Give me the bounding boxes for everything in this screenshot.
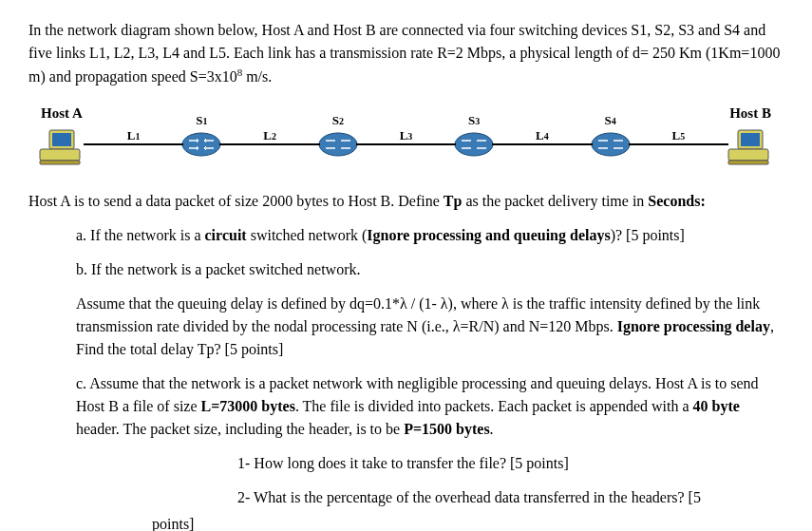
problem-body: Host A is to send a data packet of size …	[28, 190, 784, 213]
switch-label-s2: S2	[332, 111, 344, 130]
svg-rect-2	[40, 149, 80, 161]
switch-icon	[454, 131, 494, 158]
sub-question-2-tail: points]	[152, 513, 784, 531]
computer-icon	[727, 128, 774, 166]
svg-rect-3	[40, 161, 80, 164]
link-label-l3: L3	[400, 126, 413, 145]
svg-point-7	[592, 133, 630, 156]
sub-question-1: 1- How long does it take to transfer the…	[237, 452, 784, 475]
question-a: a. If the network is a circuit switched …	[76, 224, 784, 247]
switch-label-s4: S4	[605, 111, 616, 130]
seconds-bold: Seconds:	[648, 193, 705, 209]
svg-rect-10	[728, 149, 768, 161]
tp-bold: Tp	[444, 193, 463, 209]
intro-text: In the network diagram shown below, Host…	[28, 22, 780, 85]
switch-icon	[181, 131, 221, 158]
switch-label-s1: S1	[196, 111, 207, 130]
link-l1: L1	[84, 143, 183, 145]
svg-point-5	[319, 133, 357, 156]
link-l5: L5	[629, 143, 728, 145]
switch-s3: S3	[454, 111, 494, 159]
question-b: b. If the network is a packet switched n…	[76, 258, 784, 281]
svg-rect-11	[728, 161, 768, 164]
problem-intro: In the network diagram shown below, Host…	[28, 19, 784, 88]
sub-question-2: 2- What is the percentage of the overhea…	[237, 486, 784, 509]
link-l4: L4	[492, 143, 592, 145]
switch-icon	[318, 131, 358, 158]
switch-s4: S4	[591, 111, 631, 159]
link-label-l2: L2	[263, 126, 276, 145]
question-c: c. Assume that the network is a packet n…	[76, 372, 784, 441]
host-a-label: Host A	[41, 103, 83, 124]
link-label-l4: L4	[536, 126, 549, 145]
link-l3: L3	[356, 143, 456, 145]
svg-point-4	[182, 133, 220, 156]
link-label-l5: L5	[671, 126, 685, 145]
network-diagram: Host A L1 S1 L2 S2 L3 S3	[28, 103, 784, 166]
host-a: Host A	[38, 103, 85, 166]
computer-icon	[38, 128, 85, 166]
assumption-text: Assume that the queuing delay is defined…	[76, 293, 784, 361]
host-b: Host B	[727, 103, 774, 166]
svg-rect-9	[741, 133, 760, 146]
intro-tail: m/s.	[242, 68, 272, 85]
svg-point-6	[455, 133, 493, 156]
switch-label-s3: S3	[468, 111, 480, 130]
link-label-l1: L1	[127, 126, 141, 145]
switch-s1: S1	[181, 111, 221, 159]
host-b-label: Host B	[729, 103, 771, 124]
switch-s2: S2	[318, 111, 358, 159]
svg-rect-1	[52, 133, 71, 146]
link-l2: L2	[219, 143, 319, 145]
switch-icon	[591, 131, 631, 158]
